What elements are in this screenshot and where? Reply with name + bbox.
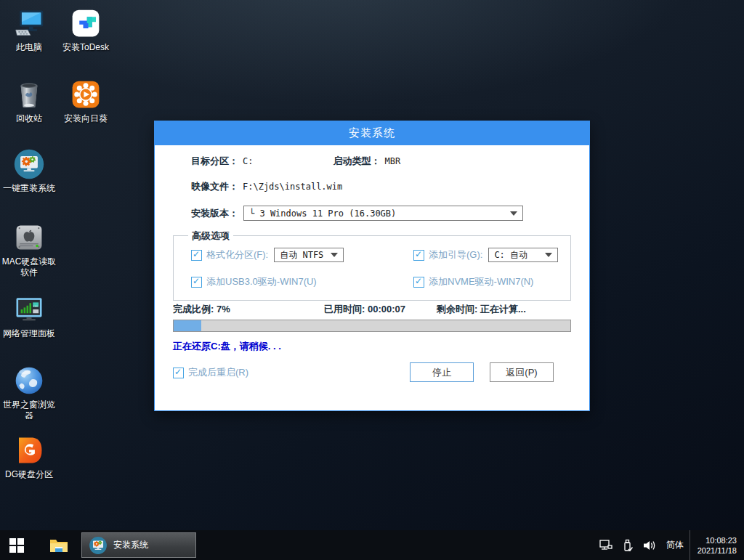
- mac-disk-icon: [13, 222, 45, 253]
- reinstall-system-icon: [13, 148, 45, 180]
- desktop-icon-mac-disk[interactable]: MAC硬盘读取软件: [0, 222, 58, 278]
- back-button[interactable]: 返回(P): [490, 362, 554, 382]
- desktop-icon-dg-partition[interactable]: DG硬盘分区: [0, 434, 58, 480]
- clock[interactable]: 10:08:23 2021/11/18: [690, 530, 744, 560]
- recycle-bin-icon: [13, 78, 45, 110]
- desktop-icon-this-pc[interactable]: 此电脑: [0, 7, 58, 53]
- desktop-icon-label: DG硬盘分区: [5, 469, 53, 480]
- desktop-icon-label: 网络管理面板: [3, 328, 55, 339]
- desktop-icon-browser[interactable]: 世界之窗浏览器: [0, 365, 58, 421]
- desktop-icon-label: 此电脑: [16, 42, 42, 53]
- reboot-after-checkbox[interactable]: [173, 368, 184, 378]
- network-panel-icon: [13, 293, 45, 325]
- progress-stats-row: 完成比例: 7% 已用时间: 00:00:07 剩余时间: 正在计算...: [173, 303, 571, 315]
- chevron-down-icon: [331, 253, 338, 257]
- ime-indicator[interactable]: 简体: [660, 530, 690, 560]
- advanced-options-group: 高级选项 格式化分区(F): 自动 NTFS 添加引导(G): C: 自动 添加…: [173, 235, 571, 301]
- add-boot-checkbox-row[interactable]: 添加引导(G): C: 自动: [413, 248, 558, 262]
- boot-type-value: MBR: [384, 156, 400, 166]
- desktop-icon-network-panel[interactable]: 网络管理面板: [0, 293, 58, 339]
- desktop-icon-reinstall-system[interactable]: 一键重装系统: [0, 148, 58, 194]
- target-partition-row: 目标分区： C: 启动类型： MBR: [191, 155, 400, 168]
- format-type-value: 自动 NTFS: [280, 249, 323, 261]
- install-version-value: └ 3 Windows 11 Pro (16.30GB): [249, 208, 396, 219]
- boot-target-value: C: 自动: [494, 249, 527, 261]
- dg-partition-icon: [13, 434, 45, 466]
- clock-time: 10:08:23: [705, 535, 737, 545]
- format-partition-checkbox-row[interactable]: 格式化分区(F): 自动 NTFS: [191, 248, 344, 262]
- desktop-icon-label: MAC硬盘读取软件: [0, 256, 58, 278]
- usb3-driver-label: 添加USB3.0驱动-WIN7(U): [206, 275, 317, 288]
- target-partition-label: 目标分区：: [191, 155, 238, 168]
- install-version-row: 安装版本： └ 3 Windows 11 Pro (16.30GB): [191, 206, 523, 221]
- image-file-value: F:\Zjds\install.wim: [243, 182, 342, 192]
- boot-type-label: 启动类型：: [333, 155, 380, 168]
- desktop-icon-label: 一键重装系统: [3, 183, 55, 194]
- system-tray: 简体 10:08:23 2021/11/18: [595, 530, 744, 560]
- image-file-label: 映像文件：: [191, 180, 238, 193]
- target-partition-value: C:: [243, 156, 253, 166]
- desktop-icon-sunflower[interactable]: 安装向日葵: [57, 78, 115, 124]
- desktop-icon-label: 世界之窗浏览器: [0, 399, 58, 421]
- browser-icon: [13, 365, 45, 397]
- sunflower-icon: [70, 78, 102, 110]
- desktop-icon-recycle-bin[interactable]: 回收站: [0, 78, 58, 124]
- file-explorer-button[interactable]: [42, 530, 76, 560]
- desktop-icon-label: 安装ToDesk: [62, 42, 109, 53]
- reboot-after-label: 完成后重启(R): [188, 366, 248, 379]
- chevron-down-icon: [510, 211, 517, 216]
- status-message: 正在还原C:盘，请稍候. . .: [173, 340, 281, 353]
- nvme-driver-checkbox[interactable]: [413, 277, 424, 288]
- desktop-icon-label: 回收站: [16, 113, 42, 124]
- desktop-icon-label: 安装向日葵: [64, 113, 108, 124]
- image-file-row: 映像文件： F:\Zjds\install.wim: [191, 180, 342, 193]
- install-version-dropdown[interactable]: └ 3 Windows 11 Pro (16.30GB): [243, 206, 523, 221]
- install-system-window: 安装系统 目标分区： C: 启动类型： MBR 映像文件： F:\Zjds\in…: [154, 121, 590, 411]
- format-type-dropdown[interactable]: 自动 NTFS: [274, 248, 344, 262]
- boot-target-dropdown[interactable]: C: 自动: [488, 248, 558, 262]
- start-button[interactable]: [0, 530, 33, 560]
- progress-bar: [173, 320, 571, 332]
- format-partition-label: 格式化分区(F):: [206, 248, 268, 261]
- window-title: 安装系统: [349, 126, 395, 140]
- nvme-driver-label: 添加NVME驱动-WIN7(N): [429, 275, 533, 288]
- windows-logo-icon: [9, 538, 24, 553]
- format-partition-checkbox[interactable]: [191, 250, 202, 261]
- usb-tray-icon[interactable]: [617, 530, 639, 560]
- progress-fill: [174, 320, 201, 331]
- chevron-down-icon: [545, 253, 552, 257]
- add-boot-label: 添加引导(G):: [429, 248, 482, 261]
- reboot-after-checkbox-row[interactable]: 完成后重启(R): [173, 366, 248, 379]
- folder-icon: [49, 537, 68, 553]
- window-titlebar[interactable]: 安装系统: [155, 121, 589, 145]
- progress-percent-label: 完成比例: 7%: [173, 303, 230, 316]
- desktop-icon-todesk[interactable]: 安装ToDesk: [57, 7, 115, 53]
- stop-button[interactable]: 停止: [410, 362, 474, 382]
- advanced-options-legend: 高级选项: [188, 230, 233, 243]
- taskbar-item-install-system[interactable]: 安装系统: [81, 532, 196, 558]
- taskbar: 安装系统 简体 10:08:23: [0, 530, 744, 560]
- clock-date: 2021/11/18: [698, 545, 737, 556]
- network-tray-icon[interactable]: [595, 530, 617, 560]
- add-boot-checkbox[interactable]: [413, 250, 424, 261]
- usb3-driver-checkbox[interactable]: [191, 277, 202, 288]
- elapsed-time-label: 已用时间: 00:00:07: [324, 303, 405, 316]
- this-pc-icon: [13, 7, 45, 39]
- todesk-icon: [70, 7, 102, 39]
- remaining-time-label: 剩余时间: 正在计算...: [437, 303, 526, 316]
- usb3-driver-checkbox-row[interactable]: 添加USB3.0驱动-WIN7(U): [191, 275, 317, 288]
- volume-tray-icon[interactable]: [639, 530, 660, 560]
- nvme-driver-checkbox-row[interactable]: 添加NVME驱动-WIN7(N): [413, 275, 533, 288]
- install-system-app-icon: [89, 536, 108, 555]
- taskbar-item-label: 安装系统: [113, 539, 148, 551]
- install-version-label: 安装版本：: [191, 207, 238, 220]
